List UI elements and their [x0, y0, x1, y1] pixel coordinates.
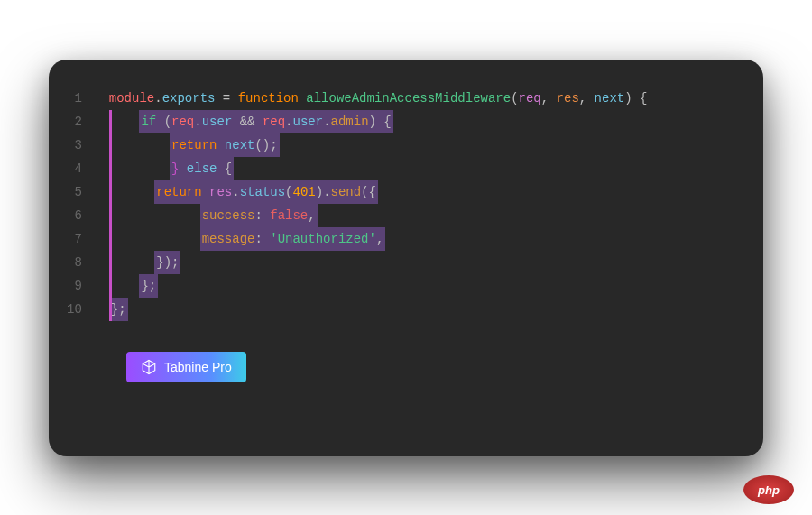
line-number: 5 — [67, 180, 82, 204]
line-number: 7 — [67, 227, 82, 251]
code-line-8: }); — [109, 251, 736, 274]
tabnine-pro-badge[interactable]: Tabnine Pro — [126, 352, 246, 382]
line-number: 6 — [67, 204, 82, 227]
code-editor-panel: 1 2 3 4 5 6 7 8 9 10 module.exports = fu… — [49, 60, 763, 456]
line-number: 1 — [67, 87, 82, 110]
code-area: 1 2 3 4 5 6 7 8 9 10 module.exports = fu… — [67, 87, 736, 321]
code-line-9: }; — [109, 274, 736, 298]
line-number: 3 — [67, 133, 82, 157]
line-number: 2 — [67, 110, 82, 133]
code-line-1: module.exports = function alloweAdminAcc… — [109, 87, 736, 110]
suggestion-indicator-bar — [109, 110, 112, 321]
php-watermark: php — [743, 475, 794, 504]
code-line-4: } else { — [109, 157, 736, 180]
line-number: 4 — [67, 157, 82, 180]
line-number: 10 — [67, 298, 82, 321]
tabnine-badge-label: Tabnine Pro — [164, 360, 232, 374]
line-number: 9 — [67, 274, 82, 298]
code-line-6: success: false, — [109, 204, 736, 227]
line-number-gutter: 1 2 3 4 5 6 7 8 9 10 — [67, 87, 109, 321]
code-line-7: message: 'Unauthorized', — [109, 227, 736, 251]
tabnine-logo-icon — [141, 359, 157, 375]
code-line-10: }; — [109, 298, 736, 321]
code-content[interactable]: module.exports = function alloweAdminAcc… — [109, 87, 736, 321]
code-line-3: return next(); — [109, 133, 736, 157]
code-line-2: if (req.user && req.user.admin) { — [109, 110, 736, 133]
line-number: 8 — [67, 251, 82, 274]
code-line-5: return res.status(401).send({ — [109, 180, 736, 204]
